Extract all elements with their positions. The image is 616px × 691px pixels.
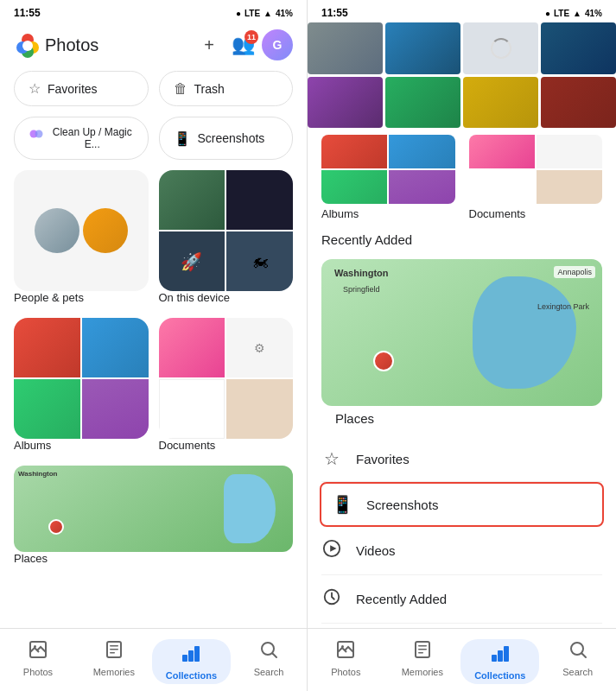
strip-photo-8 xyxy=(541,77,616,129)
collection-people[interactable]: People & pets xyxy=(14,170,149,304)
nav-collections-right[interactable]: Collections xyxy=(460,636,539,688)
collections-nav-label: Collections xyxy=(166,670,217,681)
memories-nav-icon xyxy=(104,639,124,665)
photos-rnav-label: Photos xyxy=(331,667,360,677)
collection-documents[interactable]: ⚙ Documents xyxy=(159,318,294,452)
map-big-water xyxy=(473,276,576,389)
photos-rnav-icon xyxy=(335,639,356,665)
collection-albums[interactable]: Albums xyxy=(14,318,149,452)
map-pin-big xyxy=(373,351,394,371)
recently-added-util-label: Recently Added xyxy=(356,592,447,606)
places-section[interactable]: Washington Annapolis Springfield Lexingt… xyxy=(308,252,616,436)
right-albums-label: Albums xyxy=(321,207,455,220)
thumb-cell-4: 🏍 xyxy=(226,231,293,291)
face-1 xyxy=(35,208,79,253)
recently-added-label: Recently Added xyxy=(321,232,412,247)
quick-actions-row2: Clean Up / Magic E... 📱 Screenshots xyxy=(0,117,307,170)
search-rnav-label: Search xyxy=(562,667,593,677)
add-button[interactable]: + xyxy=(194,29,225,60)
svg-rect-31 xyxy=(492,655,497,662)
right-documents-item[interactable]: Documents xyxy=(469,135,603,220)
photo-strip xyxy=(308,22,616,135)
svg-marker-19 xyxy=(330,545,336,551)
favorites-button[interactable]: ☆ Favorites xyxy=(14,71,149,106)
nav-search-left[interactable]: Search xyxy=(231,636,307,688)
svg-rect-11 xyxy=(110,649,118,650)
status-icons-right: ● LTE ▲ 41% xyxy=(545,9,602,18)
strip-photo-4 xyxy=(385,77,460,129)
collection-places[interactable]: Washington Places xyxy=(14,466,293,565)
nav-collections-left[interactable]: Collections xyxy=(152,636,231,688)
r-docs-c3 xyxy=(469,170,535,204)
r-docs-c4 xyxy=(537,170,602,204)
docs-cell-3 xyxy=(159,379,225,439)
strip-col-1 xyxy=(308,22,383,128)
grid-row-1: People & pets 🚀 🏍 On this device xyxy=(14,170,293,304)
right-albums-thumb xyxy=(321,135,455,204)
wifi-icon: ▲ xyxy=(264,9,272,18)
nav-photos-left[interactable]: Photos xyxy=(0,636,76,688)
trash-label: Trash xyxy=(194,82,225,96)
magic-icon xyxy=(29,129,44,148)
map-pin xyxy=(48,519,64,535)
nav-search-right[interactable]: Search xyxy=(539,636,616,688)
cleanup-button[interactable]: Clean Up / Magic E... xyxy=(14,117,149,160)
right-albums-item[interactable]: Albums xyxy=(321,135,455,220)
header-left: Photos + 👥 11 G xyxy=(0,22,307,71)
strip-col-2 xyxy=(385,22,460,128)
nav-photos-right[interactable]: Photos xyxy=(308,636,384,688)
utility-videos[interactable]: Videos xyxy=(321,527,602,575)
photos-nav-label: Photos xyxy=(23,667,53,677)
lte-icon: LTE xyxy=(244,9,260,18)
collections-nav-icon xyxy=(181,643,201,669)
svg-rect-30 xyxy=(418,652,423,654)
strip-photo-3 xyxy=(385,22,460,74)
battery-icon-right: 41% xyxy=(585,9,602,18)
status-bar-right: 11:55 ● LTE ▲ 41% xyxy=(308,0,616,22)
r-docs-c2 xyxy=(537,135,602,168)
utility-favorites[interactable]: ☆ Favorites xyxy=(321,436,602,482)
memories-rnav-label: Memories xyxy=(402,667,443,677)
thumb-cell-3: 🚀 xyxy=(159,231,225,291)
screenshots-button[interactable]: 📱 Screenshots xyxy=(159,117,294,160)
utility-screenshots[interactable]: 📱 Screenshots xyxy=(320,482,604,527)
on-device-thumb: 🚀 🏍 xyxy=(159,170,294,291)
right-panel: 11:55 ● LTE ▲ 41% xyxy=(308,0,616,691)
svg-rect-10 xyxy=(110,645,118,647)
albums-label: Albums xyxy=(14,439,149,452)
search-nav-label: Search xyxy=(254,667,284,677)
albums-thumb xyxy=(14,318,149,439)
svg-rect-12 xyxy=(110,652,115,654)
utility-recently-added[interactable]: Recently Added xyxy=(321,575,602,624)
memories-nav-label: Memories xyxy=(93,667,135,677)
docs-thumb: ⚙ xyxy=(159,318,294,439)
collections-active-pill: Collections xyxy=(152,639,231,684)
svg-line-17 xyxy=(273,654,277,658)
strip-photo-7 xyxy=(541,22,616,74)
albums-cell-2 xyxy=(82,318,149,377)
trash-button[interactable]: 🗑 Trash xyxy=(159,71,294,106)
avatar[interactable]: G xyxy=(262,29,293,60)
screenshots-label: Screenshots xyxy=(198,131,265,145)
nav-memories-right[interactable]: Memories xyxy=(384,636,461,688)
recently-added-util-icon xyxy=(321,587,342,611)
documents-label: Documents xyxy=(159,439,294,452)
favorites-label: Favorites xyxy=(48,82,98,96)
svg-rect-29 xyxy=(418,649,427,650)
strip-col-4 xyxy=(541,22,616,128)
nav-memories-left[interactable]: Memories xyxy=(76,636,152,688)
google-photos-icon xyxy=(14,31,41,59)
shared-albums-button[interactable]: 👥 11 xyxy=(232,34,255,56)
collections-active-pill-right: Collections xyxy=(460,639,539,684)
wifi-icon-right: ▲ xyxy=(573,9,581,18)
photos-nav-icon xyxy=(28,639,48,665)
collections-grid: People & pets 🚀 🏍 On this device xyxy=(0,170,307,628)
r-albums-c4 xyxy=(389,170,454,204)
svg-line-35 xyxy=(581,654,586,658)
bottom-nav-right: Photos Memories Collections Search xyxy=(308,628,616,691)
collection-on-device[interactable]: 🚀 🏍 On this device xyxy=(159,170,294,304)
map-water xyxy=(224,474,276,543)
svg-point-6 xyxy=(35,130,43,138)
collections-rnav-icon xyxy=(490,643,511,669)
strip-photo-6 xyxy=(463,77,538,129)
